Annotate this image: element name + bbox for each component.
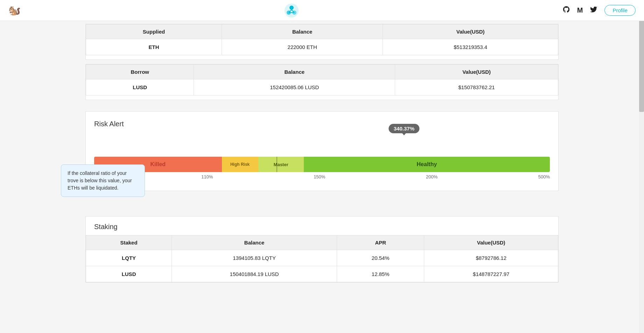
gauge-label-3: 200% [426,174,438,179]
staking-section: Staking Staked Balance APR Value(USD) LQ… [85,216,559,283]
mascot-icon: 🐿️ [8,5,21,16]
borrow-balance-col-header: Balance [194,65,395,79]
value-col-header: Value(USD) [383,24,558,39]
page-content: Supplied Balance Value(USD) ETH 222000 E… [85,21,559,283]
risk-title: Risk Alert [94,120,550,128]
main-content: Supplied Balance Value(USD) ETH 222000 E… [77,0,567,283]
borrow-value-col-header: Value(USD) [395,65,558,79]
borrow-table-wrapper: Borrow Balance Value(USD) LUSD 152420085… [85,64,559,100]
staking-title: Staking [86,217,558,235]
profile-button[interactable]: Profile [604,5,636,16]
gauge-bar: Killed High Risk Master Healthy [94,157,550,172]
staking-value-0: $8792786.12 [424,250,558,266]
table-row: LQTY 1394105.83 LQTY 20.54% $8792786.12 [86,250,558,266]
gauge-master-segment: Master [258,157,304,172]
apr-col-header: APR [337,235,424,250]
staking-balance-1: 150401884.19 LUSD [172,266,337,282]
supplied-value: $513219353.4 [383,39,558,55]
staking-value-1: $148787227.97 [424,266,558,282]
app-header: 🐿️ M Profile [0,0,644,21]
borrow-asset: LUSD [86,79,194,95]
risk-alert-section: Risk Alert 340.37% Killed High Risk Mast… [85,111,559,191]
staking-asset-0: LQTY [86,250,172,266]
table-row: LUSD 150401884.19 LUSD 12.85% $148787227… [86,266,558,282]
borrow-balance: 152420085.06 LUSD [194,79,395,95]
scrollbar-track[interactable] [639,0,644,333]
github-icon[interactable] [562,6,570,15]
table-row: ETH 222000 ETH $513219353.4 [86,39,558,55]
table-row: LUSD 152420085.06 LUSD $150783762.21 [86,79,558,95]
gauge-label-2: 150% [314,174,325,179]
header-center [284,3,299,18]
staked-col-header: Staked [86,235,172,250]
header-left: 🐿️ [8,5,21,16]
borrow-col-header: Borrow [86,65,194,79]
staking-apr-1: 12.85% [337,266,424,282]
supplied-asset: ETH [86,39,222,55]
gauge-label-4: 500% [538,174,550,179]
gauge-container: 340.37% Killed High Risk Master [94,138,550,179]
staking-asset-1: LUSD [86,266,172,282]
twitter-icon[interactable] [590,6,597,15]
gauge-highrisk-segment: High Risk [222,157,258,172]
balance-col-header: Balance [222,24,383,39]
logo-icon [284,3,299,18]
supplied-table-wrapper: Supplied Balance Value(USD) ETH 222000 E… [85,24,559,60]
borrow-table: Borrow Balance Value(USD) LUSD 152420085… [86,64,558,95]
staking-table: Staked Balance APR Value(USD) LQTY 13941… [86,235,558,282]
gauge-marker-line [276,157,277,172]
gauge-healthy-segment: Healthy [304,157,550,172]
medium-icon[interactable]: M [577,6,583,14]
staking-apr-0: 20.54% [337,250,424,266]
supplied-col-header: Supplied [86,24,222,39]
staking-balance-col-header: Balance [172,235,337,250]
gauge-label-1: 110% [201,174,213,179]
liquidation-tooltip: If the collateral ratio of your trove is… [61,164,145,197]
supplied-table: Supplied Balance Value(USD) ETH 222000 E… [86,24,558,55]
gauge-labels: 0% 110% 150% 200% 500% [94,174,550,179]
staking-balance-0: 1394105.83 LQTY [172,250,337,266]
header-right: M Profile [562,5,636,16]
borrow-value: $150783762.21 [395,79,558,95]
staking-value-col-header: Value(USD) [424,235,558,250]
gauge-indicator: 340.37% [389,124,419,133]
supplied-balance: 222000 ETH [222,39,383,55]
svg-point-1 [289,6,294,10]
